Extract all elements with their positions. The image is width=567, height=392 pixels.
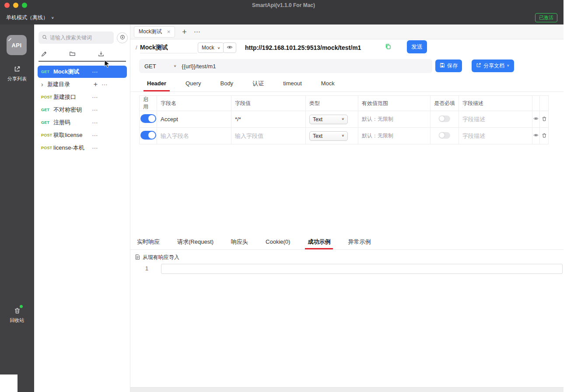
field-name-input[interactable]: Accept <box>161 116 178 122</box>
mode-selector[interactable]: 单机模式（离线） ∨ <box>6 14 54 21</box>
share-list-button[interactable]: 分享列表 <box>0 66 34 82</box>
mock-mode-label: Mock <box>202 45 214 51</box>
more-icon[interactable]: ⋯ <box>92 119 98 126</box>
more-icon[interactable]: ⋯ <box>92 69 98 75</box>
type-select-value: Text <box>313 116 322 122</box>
col-required: 是否必填 <box>430 96 459 111</box>
tab-live-response[interactable]: 实时响应 <box>137 234 160 249</box>
response-example-input[interactable] <box>161 264 563 274</box>
tab-error-example[interactable]: 异常示例 <box>348 234 371 249</box>
brush-icon[interactable] <box>41 51 47 58</box>
tree-item-label: 注册码 <box>53 119 70 126</box>
search-input[interactable] <box>50 35 106 41</box>
chevron-down-icon: ∨ <box>174 64 177 67</box>
app-window: SmartApi(v1.1.0 For Mac) 单机模式（离线） ∨ 已激活 … <box>0 0 567 392</box>
method-select[interactable]: GET ∨ <box>139 59 182 73</box>
required-toggle[interactable] <box>439 132 450 139</box>
value-range[interactable]: 默认：无限制 <box>362 133 393 139</box>
locate-current-button[interactable] <box>117 32 128 43</box>
col-enable: 启用 <box>140 96 157 111</box>
col-range: 有效值范围 <box>358 96 430 111</box>
tab-mock[interactable]: Mock <box>321 75 335 91</box>
zoom-window-button[interactable] <box>22 3 27 8</box>
preview-url-button[interactable] <box>223 42 236 53</box>
tab-success-example[interactable]: 成功示例 <box>308 234 330 249</box>
horizontal-scrollbar[interactable] <box>130 387 564 392</box>
more-icon[interactable]: ⋯ <box>92 132 98 138</box>
share-icon <box>476 63 481 69</box>
copy-url-icon[interactable] <box>385 43 391 51</box>
more-icon[interactable]: ⋯ <box>92 145 98 151</box>
tab-header[interactable]: Header <box>147 75 166 91</box>
field-desc-input[interactable]: 字段描述 <box>462 133 485 139</box>
row-preview-icon[interactable] <box>533 133 539 138</box>
tab-query[interactable]: Query <box>186 75 201 91</box>
minimize-window-button[interactable] <box>13 3 18 8</box>
required-toggle[interactable] <box>439 116 450 122</box>
type-select[interactable]: Text ∨ <box>309 115 348 124</box>
mock-mode-select[interactable]: Mock ∨ <box>198 42 224 53</box>
row-preview-icon[interactable] <box>533 116 539 121</box>
share-doc-button[interactable]: 分享文档 ∨ <box>472 60 514 72</box>
more-icon[interactable]: ⋯ <box>92 94 98 100</box>
import-from-response-button[interactable]: 从现有响应导入 <box>135 254 179 261</box>
tab-mock-test[interactable]: Mock测试 × <box>134 26 175 38</box>
tab-timeout[interactable]: timeout <box>283 75 302 91</box>
type-select[interactable]: Text ∨ <box>309 131 348 141</box>
close-icon[interactable]: × <box>167 29 171 35</box>
search-box <box>38 32 114 44</box>
value-range[interactable]: 默认：无限制 <box>362 116 393 122</box>
chevron-down-icon: ∨ <box>51 16 54 19</box>
request-name-field[interactable]: Mock测试 <box>140 41 197 53</box>
tree-item-folder[interactable]: › 新建目录 + ⋯ <box>38 78 127 91</box>
tab-request[interactable]: 请求(Request) <box>177 234 214 249</box>
tab-auth[interactable]: 认证 <box>252 75 264 91</box>
sidebar-divider <box>38 61 126 62</box>
share-doc-label: 分享文档 <box>483 62 504 70</box>
table-row: Accept */* Text ∨ 默认：无限制 字段描述 <box>140 111 549 128</box>
row-delete-icon[interactable] <box>542 116 547 122</box>
field-value-input[interactable]: */* <box>235 116 241 122</box>
tab-body[interactable]: Body <box>220 75 233 91</box>
url-input[interactable]: {{url}}/test/m1 <box>182 63 216 70</box>
col-field-name: 字段名 <box>157 96 231 111</box>
chevron-down-icon: ∨ <box>217 46 220 49</box>
api-logo[interactable]: API <box>7 35 27 55</box>
export-icon[interactable] <box>98 51 104 58</box>
send-button[interactable]: 发送 <box>407 40 427 53</box>
add-tab-button[interactable]: + <box>182 28 187 36</box>
close-window-button[interactable] <box>4 3 10 8</box>
tree-item-get-license[interactable]: POST 获取license ⋯ <box>38 129 127 141</box>
table-header-row: 启用 字段名 字段值 类型 有效值范围 是否必填 字段描述 <box>140 96 549 111</box>
more-icon[interactable]: ⋯ <box>102 81 108 88</box>
tab-more-button[interactable]: ⋯ <box>194 28 201 35</box>
tree-item-reg-code[interactable]: GET 注册码 ⋯ <box>38 116 127 129</box>
tab-cookie[interactable]: Cookie(0) <box>266 234 290 249</box>
col-actions-1 <box>532 96 540 111</box>
col-type: 类型 <box>306 96 358 111</box>
enable-toggle[interactable] <box>140 114 156 123</box>
more-icon[interactable]: ⋯ <box>92 107 98 113</box>
row-delete-icon[interactable] <box>542 133 547 138</box>
enable-toggle[interactable] <box>140 131 156 140</box>
recycle-bin-button[interactable]: 回收站 <box>0 307 34 324</box>
col-field-value: 字段值 <box>231 96 306 111</box>
chevron-right-icon[interactable]: › <box>41 81 47 88</box>
save-button[interactable]: 保存 <box>435 60 462 72</box>
tree-item-mock-test[interactable]: GET Mock测试 ⋯ <box>38 66 127 78</box>
add-icon[interactable]: + <box>94 81 98 88</box>
new-folder-icon[interactable] <box>69 51 76 58</box>
field-desc-input[interactable]: 字段描述 <box>462 116 485 122</box>
field-name-input[interactable]: 输入字段名 <box>161 133 189 139</box>
left-rail: API 分享列表 回收站 <box>0 24 34 392</box>
editor-line-number: 1 <box>145 265 148 272</box>
tree-item-new-api[interactable]: POST 新建接口 ⋯ <box>38 91 127 103</box>
tree-item-asym-key[interactable]: GET 不对称密钥 ⋯ <box>38 104 127 116</box>
method-badge: GET <box>41 120 53 125</box>
tab-response-headers[interactable]: 响应头 <box>231 234 248 249</box>
activation-badge: 已激活 <box>535 13 557 22</box>
status-dot <box>20 305 23 308</box>
field-value-input[interactable]: 输入字段值 <box>235 133 263 139</box>
tree-item-label: 不对称密钥 <box>53 106 82 114</box>
tree-item-license-local[interactable]: POST license-本机 ⋯ <box>38 142 127 154</box>
